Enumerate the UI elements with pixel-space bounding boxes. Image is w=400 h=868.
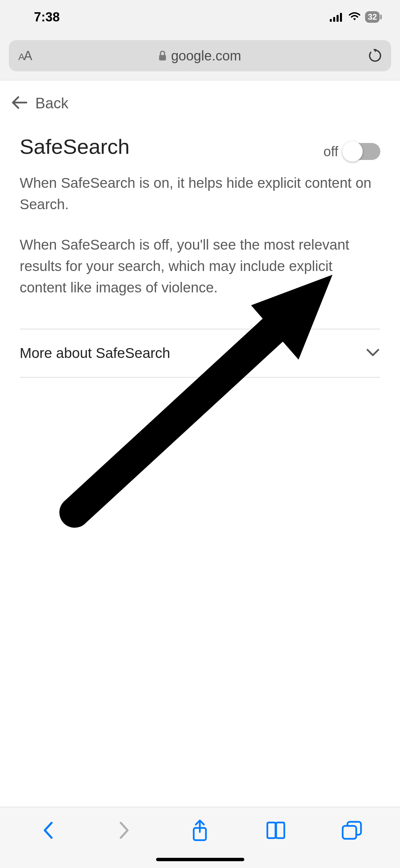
status-icons: 32	[330, 11, 380, 23]
battery-level: 32	[368, 12, 377, 22]
lock-icon	[158, 50, 167, 61]
toggle-state-label: off	[323, 144, 338, 159]
page-content: Back SafeSearch off When SafeSearch is o…	[0, 80, 400, 378]
cellular-icon	[330, 12, 344, 22]
chevron-down-icon	[365, 348, 380, 359]
nav-back-button[interactable]	[31, 817, 65, 844]
more-about-row[interactable]: More about SafeSearch	[20, 329, 380, 378]
back-arrow-icon	[11, 96, 27, 111]
share-button[interactable]	[183, 817, 217, 844]
svg-rect-3	[340, 13, 342, 22]
svg-rect-2	[337, 15, 339, 22]
page-title: SafeSearch	[20, 134, 130, 159]
url-text: google.com	[171, 48, 241, 64]
description-on: When SafeSearch is on, it helps hide exp…	[20, 172, 380, 215]
back-label: Back	[35, 95, 69, 112]
url-display[interactable]: google.com	[31, 48, 368, 64]
svg-rect-1	[333, 17, 335, 22]
tabs-button[interactable]	[335, 817, 369, 844]
url-bar[interactable]: AA google.com	[9, 40, 391, 71]
status-time: 7:38	[34, 10, 60, 24]
url-bar-container: AA google.com	[0, 34, 400, 80]
nav-forward-button[interactable]	[107, 817, 141, 844]
safesearch-toggle[interactable]	[344, 143, 380, 160]
svg-rect-9	[343, 826, 356, 839]
battery-icon: 32	[365, 11, 380, 23]
home-indicator[interactable]	[156, 858, 244, 861]
description-off: When SafeSearch is off, you'll see the m…	[20, 234, 380, 298]
reader-view-button[interactable]: AA	[18, 49, 31, 63]
toggle-knob	[342, 141, 363, 162]
bookmarks-button[interactable]	[259, 817, 293, 844]
status-bar: 7:38 32	[0, 0, 400, 34]
wifi-icon	[348, 12, 361, 22]
svg-rect-4	[159, 55, 166, 60]
back-button[interactable]: Back	[0, 80, 400, 126]
svg-rect-0	[330, 19, 332, 22]
refresh-button[interactable]	[368, 48, 382, 63]
more-about-label: More about SafeSearch	[20, 345, 170, 361]
